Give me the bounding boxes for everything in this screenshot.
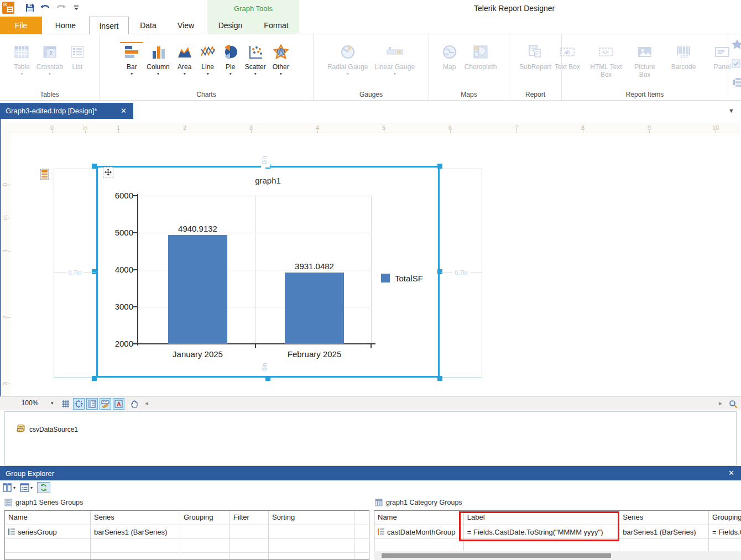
series-group-row[interactable]: seriesGroup barSeries1 (BarSeries): [5, 525, 369, 539]
category-group-row[interactable]: castDateMonthGroup = Fields.CastDate.ToS…: [374, 525, 741, 539]
series-groups-title: graph1 Series Groups: [4, 499, 83, 506]
empty-row: [5, 553, 369, 560]
contextual-tab-label: Graph Tools: [234, 4, 273, 13]
ruler-toggle-icon[interactable]: [100, 398, 111, 410]
column-chart-icon: [150, 43, 166, 61]
report-section-icon[interactable]: [40, 169, 49, 182]
checkbox-icon: [731, 59, 741, 71]
save-icon[interactable]: [24, 2, 36, 14]
category-table-header: Name Label Series Grouping: [374, 511, 741, 525]
linear-gauge-icon: [385, 43, 404, 61]
document-list-caret-icon[interactable]: ▼: [728, 107, 734, 114]
font-preview-toggle-icon[interactable]: A: [113, 398, 124, 410]
picture-box-icon: [636, 43, 653, 61]
document-tab-close-icon[interactable]: ✕: [121, 107, 127, 115]
svg-text:<>: <>: [602, 49, 609, 55]
columns-view-button[interactable]: ▾: [3, 483, 15, 492]
linear-gauge-button: Linear Gauge▾: [371, 43, 418, 76]
redo-icon[interactable]: [55, 2, 67, 14]
category-label: February 2025: [285, 349, 344, 359]
design-surface[interactable]: 0in12345678910 0in123 0in 0in 0.7in 0.7i…: [0, 119, 741, 396]
tab-data[interactable]: Data: [129, 17, 168, 34]
scatter-chart-icon: [247, 43, 264, 61]
list-view-button[interactable]: ▾: [20, 483, 33, 492]
other-chart-icon: [273, 43, 289, 61]
tab-insert[interactable]: Insert: [89, 17, 129, 35]
group-label-gauges: Gauges: [314, 91, 429, 98]
data-sources-panel: CSV csvDataSource1: [4, 411, 737, 465]
ribbon-group-charts: Bar▾ Column▾ Area▾ Line▾ Pie▾: [100, 34, 314, 100]
report-designer-window: R Graph Tools Telerik Report Designer Fi…: [0, 0, 741, 560]
dimension-bottom: 0in: [261, 360, 270, 374]
area-chart-icon: [176, 43, 193, 61]
resize-handle-bottom-left[interactable]: [92, 376, 97, 381]
group-label-report-items: Report Items: [562, 91, 728, 98]
column-chart-button[interactable]: Column▾: [143, 43, 173, 76]
zoom-caret-icon[interactable]: ▾: [51, 400, 54, 406]
undo-icon[interactable]: [39, 2, 51, 14]
group-label-tables: Tables: [0, 91, 99, 98]
star-icon: [731, 39, 741, 52]
category-groups-table[interactable]: Name Label Series Grouping castDateMonth…: [374, 510, 741, 552]
snap-to-grid-toggle-icon[interactable]: [73, 398, 85, 410]
panel-icon: [714, 43, 730, 61]
tab-format[interactable]: Format: [253, 17, 299, 34]
document-tab[interactable]: Graph3-edited.trdp [Design]* ✕: [0, 103, 133, 119]
bar-chart-icon: [123, 43, 140, 61]
pie-chart-button[interactable]: Pie▾: [220, 43, 242, 76]
zoom-magnifier-icon[interactable]: [727, 398, 739, 410]
scroll-right-icon[interactable]: ►: [718, 400, 723, 406]
tab-view[interactable]: View: [168, 17, 204, 34]
picture-box-button: Picture Box: [625, 43, 664, 79]
contextual-tabs: Design Format: [207, 17, 299, 34]
resize-handle-bottom-right[interactable]: [437, 376, 442, 381]
refresh-button[interactable]: [37, 482, 50, 493]
resize-handle-bottom-center[interactable]: [265, 376, 270, 381]
y-tick-label: 3000: [109, 302, 133, 311]
area-chart-button[interactable]: Area▾: [173, 43, 196, 76]
html-text-box-button: <> HTML Text Box: [587, 43, 625, 79]
data-source-label: csvDataSource1: [29, 426, 78, 433]
line-chart-button[interactable]: Line▾: [196, 43, 220, 76]
barcode-icon: 123: [675, 43, 692, 61]
series-groups-table[interactable]: Name Series Grouping Filter Sorting seri…: [4, 510, 369, 560]
tab-file[interactable]: File: [0, 17, 42, 34]
page-view-toggle-icon[interactable]: [86, 398, 98, 410]
resize-handle-top-right[interactable]: [437, 164, 442, 169]
horizontal-scrollbar[interactable]: [374, 551, 741, 560]
scrollbar-thumb[interactable]: [382, 553, 611, 558]
bar-value-label: 4940.9132: [168, 224, 227, 233]
move-handle-icon[interactable]: [103, 167, 113, 177]
zoom-level[interactable]: 100%: [17, 399, 43, 407]
svg-text:CSV: CSV: [18, 429, 24, 432]
pie-chart-icon: [223, 43, 238, 61]
scroll-left-icon[interactable]: ◄: [144, 400, 149, 406]
table-button: Table▾: [11, 43, 33, 76]
resize-handle-top-left[interactable]: [92, 164, 97, 169]
svg-text:A: A: [117, 401, 121, 407]
group-row-icon: [8, 528, 15, 535]
ribbon-tab-bar: File Home Insert Data View Design Format: [0, 17, 741, 34]
category-label: January 2025: [168, 349, 227, 359]
legend-label: TotalSF: [395, 274, 423, 283]
svg-text:ab: ab: [564, 49, 571, 55]
bar-chart-button[interactable]: Bar▾: [120, 42, 143, 76]
crosstab-icon: Σ: [42, 43, 58, 61]
y-tick-label: 4000: [109, 265, 133, 274]
tab-design[interactable]: Design: [207, 17, 253, 34]
pan-hand-icon[interactable]: [128, 398, 140, 410]
scatter-chart-button[interactable]: Scatter▾: [242, 43, 269, 76]
tab-home[interactable]: Home: [42, 17, 89, 34]
app-icon[interactable]: R: [2, 2, 14, 14]
other-chart-button[interactable]: Other▾: [269, 43, 293, 76]
group-explorer-toolbar: ▾ ▾: [0, 480, 741, 495]
svg-text:Σ: Σ: [49, 50, 53, 57]
v-ruler: 0in123: [1, 133, 11, 396]
data-source-item[interactable]: CSV csvDataSource1: [16, 424, 78, 435]
grid-toggle-icon[interactable]: [60, 398, 71, 410]
group-explorer-close-icon[interactable]: ✕: [728, 469, 734, 477]
y-tick-label: 6000: [109, 191, 133, 200]
html-text-box-icon: <>: [598, 43, 614, 61]
customize-toolbar-icon[interactable]: [70, 2, 82, 14]
series-table-header: Name Series Grouping Filter Sorting: [5, 511, 369, 525]
